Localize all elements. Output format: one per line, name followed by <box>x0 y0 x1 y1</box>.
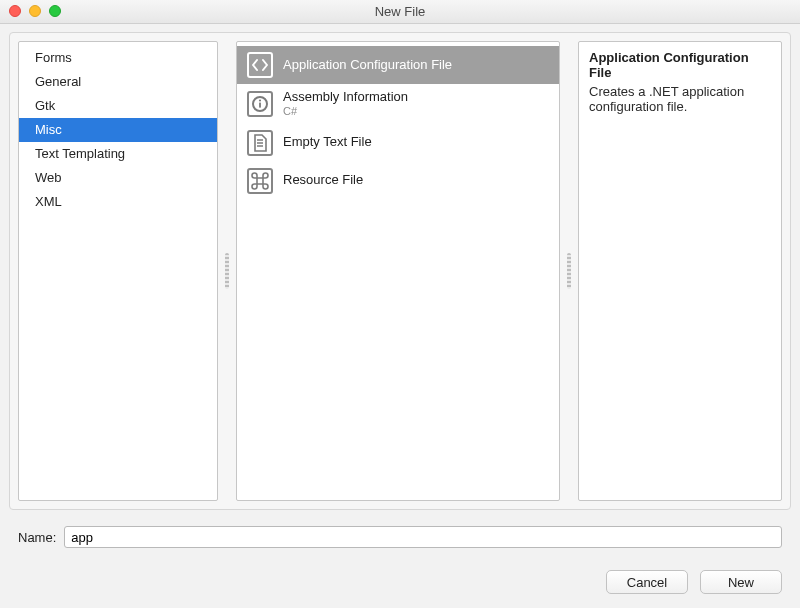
template-item[interactable]: Application Configuration File <box>237 46 559 84</box>
template-item-text: Empty Text File <box>283 135 372 150</box>
svg-rect-2 <box>259 102 261 107</box>
template-list[interactable]: Application Configuration FileAssembly I… <box>236 41 560 501</box>
category-item[interactable]: Forms <box>19 46 217 70</box>
template-item[interactable]: Empty Text File <box>237 124 559 162</box>
splitter-left[interactable] <box>224 41 230 501</box>
template-item[interactable]: Resource File <box>237 162 559 200</box>
zoom-window-button[interactable] <box>49 5 61 17</box>
cmd-icon <box>247 168 273 194</box>
category-item[interactable]: Gtk <box>19 94 217 118</box>
code-icon <box>247 52 273 78</box>
template-item-label: Empty Text File <box>283 135 372 150</box>
template-item-text: Resource File <box>283 173 363 188</box>
dialog-body: FormsGeneralGtkMiscText TemplatingWebXML… <box>9 32 791 510</box>
template-item-subtitle: C# <box>283 105 408 118</box>
svg-point-1 <box>259 99 261 101</box>
description-body: Creates a .NET application configuration… <box>589 84 771 114</box>
name-input[interactable] <box>64 526 782 548</box>
category-item-label: Misc <box>35 122 62 137</box>
titlebar: New File <box>0 0 800 24</box>
category-item-label: General <box>35 74 81 89</box>
category-item[interactable]: Text Templating <box>19 142 217 166</box>
splitter-right[interactable] <box>566 41 572 501</box>
info-icon <box>247 91 273 117</box>
window-title: New File <box>375 4 426 19</box>
category-list[interactable]: FormsGeneralGtkMiscText TemplatingWebXML <box>18 41 218 501</box>
category-item[interactable]: Misc <box>19 118 217 142</box>
template-item-label: Resource File <box>283 173 363 188</box>
category-item-label: XML <box>35 194 62 209</box>
minimize-window-button[interactable] <box>29 5 41 17</box>
template-item-text: Assembly InformationC# <box>283 90 408 118</box>
template-item-label: Application Configuration File <box>283 58 452 73</box>
name-row: Name: <box>18 526 782 548</box>
category-item[interactable]: Web <box>19 166 217 190</box>
category-item-label: Forms <box>35 50 72 65</box>
window-traffic-lights <box>9 5 61 17</box>
page-icon <box>247 130 273 156</box>
template-item[interactable]: Assembly InformationC# <box>237 84 559 124</box>
new-button[interactable]: New <box>700 570 782 594</box>
category-item-label: Gtk <box>35 98 55 113</box>
name-label: Name: <box>18 530 56 545</box>
template-item-label: Assembly Information <box>283 90 408 105</box>
category-item[interactable]: General <box>19 70 217 94</box>
category-item[interactable]: XML <box>19 190 217 214</box>
cancel-button[interactable]: Cancel <box>606 570 688 594</box>
dialog-buttons: Cancel New <box>606 570 782 594</box>
category-item-label: Web <box>35 170 62 185</box>
template-item-text: Application Configuration File <box>283 58 452 73</box>
description-panel: Application Configuration File Creates a… <box>578 41 782 501</box>
close-window-button[interactable] <box>9 5 21 17</box>
description-title: Application Configuration File <box>589 50 771 80</box>
category-item-label: Text Templating <box>35 146 125 161</box>
